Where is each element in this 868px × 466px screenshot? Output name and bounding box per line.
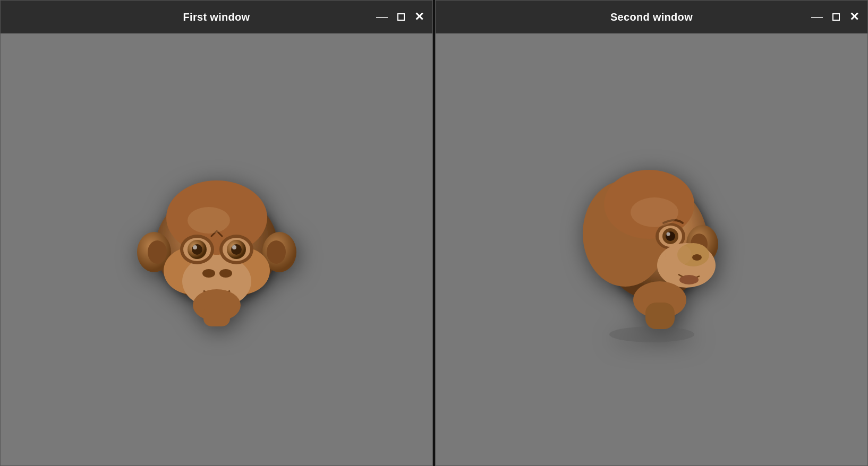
second-window-controls: — ✕	[811, 11, 859, 23]
svg-rect-23	[203, 305, 230, 326]
first-window-minimize[interactable]: —	[376, 11, 388, 23]
svg-point-24	[188, 207, 230, 234]
first-monkey-svg	[121, 149, 312, 350]
svg-point-20	[231, 244, 242, 255]
svg-point-5	[267, 240, 286, 264]
svg-point-25	[609, 326, 694, 342]
svg-point-43	[665, 244, 692, 265]
svg-point-42	[631, 197, 678, 227]
svg-point-10	[219, 269, 232, 278]
second-window-titlebar: Second window — ✕	[436, 1, 867, 33]
first-window-titlebar: First window — ✕	[1, 1, 432, 33]
first-window-maximize[interactable]	[397, 13, 405, 21]
first-window-viewport[interactable]	[1, 33, 432, 465]
second-window-minimize[interactable]: —	[811, 11, 823, 23]
second-window-title: Second window	[610, 11, 693, 23]
svg-point-15	[192, 244, 202, 255]
svg-point-9	[202, 269, 215, 278]
first-window-title: First window	[183, 11, 250, 23]
svg-point-38	[692, 254, 702, 261]
svg-point-21	[232, 245, 236, 249]
first-window-controls: — ✕	[376, 11, 424, 23]
second-window: Second window — ✕	[435, 0, 868, 466]
svg-rect-41	[645, 303, 675, 329]
svg-point-35	[666, 232, 670, 236]
second-monkey-container	[436, 33, 867, 465]
first-window: First window — ✕	[0, 0, 433, 466]
svg-point-16	[193, 245, 197, 249]
first-monkey-container	[1, 33, 432, 465]
second-window-viewport[interactable]	[436, 33, 867, 465]
svg-point-39	[679, 275, 699, 284]
second-window-close[interactable]: ✕	[849, 11, 859, 23]
second-window-maximize[interactable]	[832, 13, 840, 21]
second-monkey-svg	[567, 151, 737, 348]
first-window-close[interactable]: ✕	[414, 11, 424, 23]
svg-point-3	[148, 240, 167, 264]
